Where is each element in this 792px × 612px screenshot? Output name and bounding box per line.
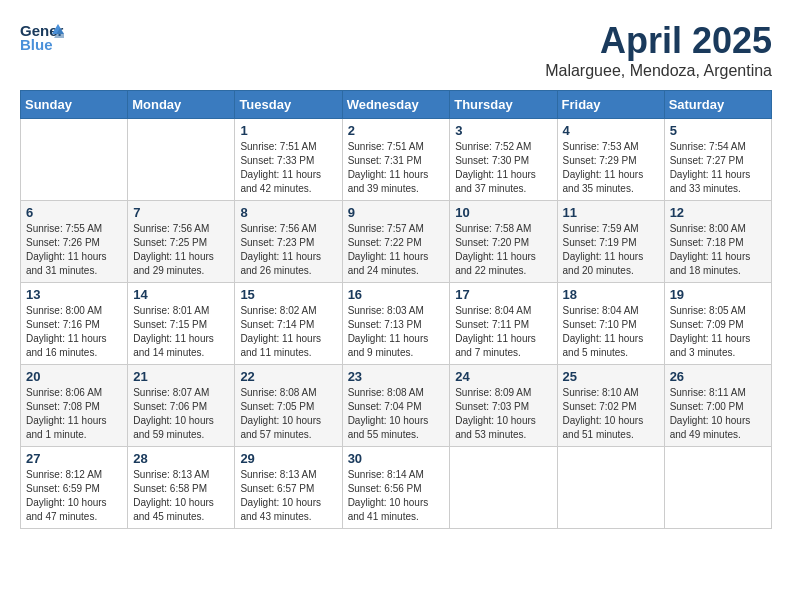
calendar-cell: 10Sunrise: 7:58 AM Sunset: 7:20 PM Dayli… [450,201,557,283]
calendar-cell: 28Sunrise: 8:13 AM Sunset: 6:58 PM Dayli… [128,447,235,529]
calendar-cell [450,447,557,529]
calendar-cell: 19Sunrise: 8:05 AM Sunset: 7:09 PM Dayli… [664,283,771,365]
calendar-cell: 30Sunrise: 8:14 AM Sunset: 6:56 PM Dayli… [342,447,450,529]
day-number: 28 [133,451,229,466]
day-info: Sunrise: 8:00 AM Sunset: 7:16 PM Dayligh… [26,304,122,360]
logo-icon: General Blue [20,20,64,60]
title-area: April 2025 Malarguee, Mendoza, Argentina [545,20,772,80]
calendar-cell: 7Sunrise: 7:56 AM Sunset: 7:25 PM Daylig… [128,201,235,283]
calendar-cell: 23Sunrise: 8:08 AM Sunset: 7:04 PM Dayli… [342,365,450,447]
location-subtitle: Malarguee, Mendoza, Argentina [545,62,772,80]
calendar-cell: 29Sunrise: 8:13 AM Sunset: 6:57 PM Dayli… [235,447,342,529]
day-number: 10 [455,205,551,220]
day-info: Sunrise: 8:06 AM Sunset: 7:08 PM Dayligh… [26,386,122,442]
calendar-header-row: SundayMondayTuesdayWednesdayThursdayFrid… [21,91,772,119]
day-info: Sunrise: 8:13 AM Sunset: 6:58 PM Dayligh… [133,468,229,524]
weekday-header: Friday [557,91,664,119]
calendar-week-row: 20Sunrise: 8:06 AM Sunset: 7:08 PM Dayli… [21,365,772,447]
weekday-header: Tuesday [235,91,342,119]
calendar-cell: 5Sunrise: 7:54 AM Sunset: 7:27 PM Daylig… [664,119,771,201]
day-info: Sunrise: 8:01 AM Sunset: 7:15 PM Dayligh… [133,304,229,360]
day-number: 15 [240,287,336,302]
day-number: 11 [563,205,659,220]
calendar-cell: 13Sunrise: 8:00 AM Sunset: 7:16 PM Dayli… [21,283,128,365]
day-info: Sunrise: 7:51 AM Sunset: 7:33 PM Dayligh… [240,140,336,196]
day-number: 2 [348,123,445,138]
weekday-header: Wednesday [342,91,450,119]
day-number: 30 [348,451,445,466]
day-number: 23 [348,369,445,384]
calendar-cell: 17Sunrise: 8:04 AM Sunset: 7:11 PM Dayli… [450,283,557,365]
calendar-cell: 4Sunrise: 7:53 AM Sunset: 7:29 PM Daylig… [557,119,664,201]
calendar-cell [128,119,235,201]
calendar-week-row: 1Sunrise: 7:51 AM Sunset: 7:33 PM Daylig… [21,119,772,201]
day-number: 13 [26,287,122,302]
day-info: Sunrise: 8:08 AM Sunset: 7:04 PM Dayligh… [348,386,445,442]
day-number: 26 [670,369,766,384]
calendar-week-row: 27Sunrise: 8:12 AM Sunset: 6:59 PM Dayli… [21,447,772,529]
day-number: 27 [26,451,122,466]
day-info: Sunrise: 8:12 AM Sunset: 6:59 PM Dayligh… [26,468,122,524]
day-number: 24 [455,369,551,384]
day-info: Sunrise: 8:14 AM Sunset: 6:56 PM Dayligh… [348,468,445,524]
day-info: Sunrise: 8:13 AM Sunset: 6:57 PM Dayligh… [240,468,336,524]
calendar-cell: 8Sunrise: 7:56 AM Sunset: 7:23 PM Daylig… [235,201,342,283]
day-number: 1 [240,123,336,138]
day-info: Sunrise: 7:59 AM Sunset: 7:19 PM Dayligh… [563,222,659,278]
day-info: Sunrise: 7:52 AM Sunset: 7:30 PM Dayligh… [455,140,551,196]
calendar-week-row: 13Sunrise: 8:00 AM Sunset: 7:16 PM Dayli… [21,283,772,365]
day-info: Sunrise: 8:02 AM Sunset: 7:14 PM Dayligh… [240,304,336,360]
day-number: 6 [26,205,122,220]
day-info: Sunrise: 8:11 AM Sunset: 7:00 PM Dayligh… [670,386,766,442]
calendar-cell: 9Sunrise: 7:57 AM Sunset: 7:22 PM Daylig… [342,201,450,283]
calendar-week-row: 6Sunrise: 7:55 AM Sunset: 7:26 PM Daylig… [21,201,772,283]
weekday-header: Sunday [21,91,128,119]
day-info: Sunrise: 8:04 AM Sunset: 7:10 PM Dayligh… [563,304,659,360]
day-info: Sunrise: 8:05 AM Sunset: 7:09 PM Dayligh… [670,304,766,360]
calendar-cell: 6Sunrise: 7:55 AM Sunset: 7:26 PM Daylig… [21,201,128,283]
weekday-header: Monday [128,91,235,119]
day-number: 5 [670,123,766,138]
day-number: 9 [348,205,445,220]
calendar-cell: 15Sunrise: 8:02 AM Sunset: 7:14 PM Dayli… [235,283,342,365]
day-number: 20 [26,369,122,384]
calendar-cell [557,447,664,529]
day-info: Sunrise: 7:54 AM Sunset: 7:27 PM Dayligh… [670,140,766,196]
day-info: Sunrise: 7:56 AM Sunset: 7:25 PM Dayligh… [133,222,229,278]
calendar-cell: 11Sunrise: 7:59 AM Sunset: 7:19 PM Dayli… [557,201,664,283]
day-number: 22 [240,369,336,384]
day-info: Sunrise: 7:53 AM Sunset: 7:29 PM Dayligh… [563,140,659,196]
calendar-cell: 24Sunrise: 8:09 AM Sunset: 7:03 PM Dayli… [450,365,557,447]
day-number: 21 [133,369,229,384]
day-info: Sunrise: 8:07 AM Sunset: 7:06 PM Dayligh… [133,386,229,442]
weekday-header: Saturday [664,91,771,119]
day-number: 7 [133,205,229,220]
calendar-cell: 3Sunrise: 7:52 AM Sunset: 7:30 PM Daylig… [450,119,557,201]
day-number: 12 [670,205,766,220]
calendar-cell: 25Sunrise: 8:10 AM Sunset: 7:02 PM Dayli… [557,365,664,447]
day-info: Sunrise: 8:04 AM Sunset: 7:11 PM Dayligh… [455,304,551,360]
day-number: 29 [240,451,336,466]
day-number: 4 [563,123,659,138]
day-number: 18 [563,287,659,302]
day-info: Sunrise: 7:51 AM Sunset: 7:31 PM Dayligh… [348,140,445,196]
calendar-cell: 21Sunrise: 8:07 AM Sunset: 7:06 PM Dayli… [128,365,235,447]
weekday-header: Thursday [450,91,557,119]
day-info: Sunrise: 8:09 AM Sunset: 7:03 PM Dayligh… [455,386,551,442]
month-title: April 2025 [545,20,772,62]
day-info: Sunrise: 7:55 AM Sunset: 7:26 PM Dayligh… [26,222,122,278]
day-info: Sunrise: 7:56 AM Sunset: 7:23 PM Dayligh… [240,222,336,278]
day-number: 25 [563,369,659,384]
day-number: 8 [240,205,336,220]
calendar-cell: 12Sunrise: 8:00 AM Sunset: 7:18 PM Dayli… [664,201,771,283]
calendar-cell: 22Sunrise: 8:08 AM Sunset: 7:05 PM Dayli… [235,365,342,447]
calendar-cell: 14Sunrise: 8:01 AM Sunset: 7:15 PM Dayli… [128,283,235,365]
logo: General Blue [20,20,64,60]
day-info: Sunrise: 8:08 AM Sunset: 7:05 PM Dayligh… [240,386,336,442]
day-info: Sunrise: 8:03 AM Sunset: 7:13 PM Dayligh… [348,304,445,360]
day-info: Sunrise: 8:00 AM Sunset: 7:18 PM Dayligh… [670,222,766,278]
calendar-cell [21,119,128,201]
calendar-cell: 20Sunrise: 8:06 AM Sunset: 7:08 PM Dayli… [21,365,128,447]
page-header: General Blue April 2025 Malarguee, Mendo… [20,20,772,80]
calendar-cell: 16Sunrise: 8:03 AM Sunset: 7:13 PM Dayli… [342,283,450,365]
